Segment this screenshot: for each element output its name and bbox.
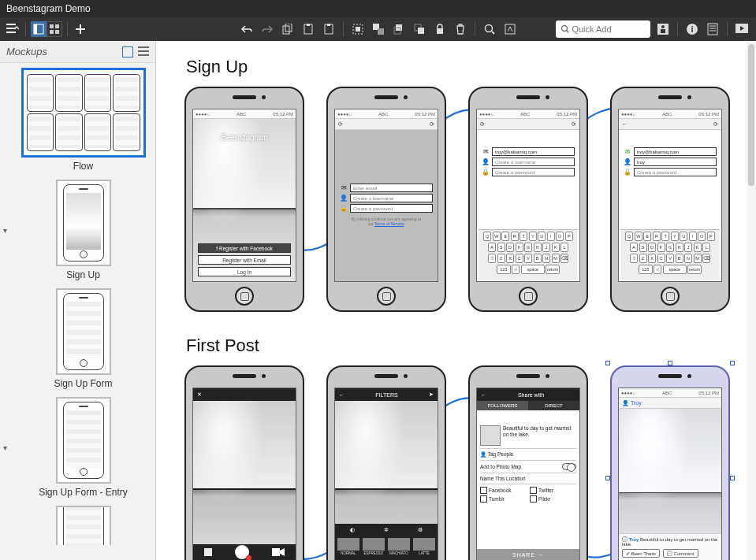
mockup-signup-form-entry[interactable]: ABC05:12 PM ⟳⟳ ✉troy@balsamiq.com 👤Creat… [468, 87, 588, 312]
menu-button[interactable] [5, 20, 20, 38]
svg-rect-37 [272, 548, 280, 556]
back-icon[interactable]: ← [339, 392, 344, 398]
markup-toggle-button[interactable] [502, 20, 518, 38]
info-button[interactable]: i [684, 20, 700, 38]
clipboard-button[interactable] [321, 20, 337, 38]
keyboard[interactable]: QWERTYUIOP ASDFGHJKL ⇧ZXCVBNM⌫ 123☺space… [620, 229, 720, 280]
close-icon[interactable]: ✕ [197, 391, 202, 398]
password-field[interactable]: Create a password [492, 168, 575, 176]
share-twitter-checkbox[interactable]: Twitter [530, 487, 576, 494]
zoom-button[interactable] [482, 20, 497, 38]
mockup-post-camera[interactable]: ✕ [184, 365, 304, 560]
email-field[interactable]: troy@balsamiq.com [634, 147, 717, 156]
email-field[interactable]: troy@balsamiq.com [492, 147, 575, 156]
settings-icon[interactable]: ⚙ [418, 527, 423, 533]
comment-button[interactable]: 💬 Comment [663, 549, 698, 558]
login-button[interactable]: Log In [198, 267, 291, 276]
username-field[interactable]: Create a username [350, 194, 433, 202]
shutter-button[interactable] [235, 545, 249, 559]
contrast-icon[interactable]: ◐ [350, 527, 355, 533]
caption-text[interactable]: Beautiful to day to get married on the l… [503, 425, 576, 446]
share-facebook-checkbox[interactable]: Facebook [480, 487, 527, 494]
bring-front-button[interactable] [391, 20, 407, 38]
svg-point-25 [661, 25, 665, 28]
filters-title: FILTERS [375, 392, 397, 398]
undo-button[interactable] [239, 20, 255, 38]
username-field[interactable]: troy [634, 158, 717, 166]
keyboard[interactable]: QWERTYUIOP ASDFGHJKL ⇧ZXCVBNM⌫ 123☺space… [479, 229, 578, 280]
sidebar-item-flow[interactable]: Flow [14, 68, 152, 172]
svg-rect-3 [55, 24, 59, 28]
tab-followers[interactable]: FOLLOWERS [477, 401, 528, 410]
sidebar-thumbnails[interactable]: Flow ▾ Sign Up Sign Up Form ▾ Sign Up Fo… [0, 63, 155, 560]
mockup-post-share[interactable]: ←Share with FOLLOWERS DIRECT Beautiful t… [468, 365, 588, 560]
camera-bottombar [193, 544, 296, 560]
register-facebook-button[interactable]: fRegister with Facebook [198, 243, 291, 253]
paste-button[interactable] [300, 20, 316, 38]
mockup-signup-form[interactable]: ABC05:12 PM ⟳⟳ ✉Enter email 👤Create a us… [326, 87, 446, 312]
sidebar-item-signup-form-entry[interactable]: ▾ Sign Up Form - Entry [14, 397, 152, 498]
scrollbar-handle[interactable] [748, 44, 754, 186]
username-field[interactable]: Create a username [492, 158, 575, 166]
photo-map-row[interactable]: Add to Photo Map [480, 461, 576, 473]
share-title: Share with [518, 392, 544, 398]
password-field[interactable]: Create a password [634, 168, 717, 176]
view-sidebar-toggle[interactable] [31, 21, 47, 37]
project-info-button[interactable] [655, 20, 671, 38]
add-button[interactable] [73, 20, 88, 38]
send-back-button[interactable] [412, 20, 427, 38]
group-button[interactable] [350, 20, 366, 38]
sidebar-item-next[interactable] [14, 506, 152, 545]
copy-button[interactable] [280, 20, 296, 38]
canvas-area[interactable]: Sign Up ABC05:12 PM Beenstagram [156, 41, 756, 560]
sidebar-item-signup-form[interactable]: Sign Up Form [14, 288, 152, 389]
share-button[interactable]: SHARE → [477, 549, 579, 560]
canvas-scrollbar[interactable] [747, 41, 756, 560]
search-icon [560, 24, 568, 34]
section-title-firstpost: First Post [186, 336, 747, 356]
sidebar-item-label: Sign Up Form [14, 378, 152, 389]
view-mode-group [31, 21, 62, 37]
svg-rect-11 [327, 24, 330, 26]
gallery-icon[interactable] [204, 548, 212, 556]
quick-add-input[interactable] [572, 24, 646, 34]
mockup-signup-landing[interactable]: ABC05:12 PM Beenstagram fRegister with F… [184, 87, 304, 312]
app-name-label: Beenstagram [193, 133, 296, 142]
mockup-signup-form-filled[interactable]: ABC05:12 PM ←⟳ ✉troy@balsamiq.com 👤troy … [610, 87, 730, 312]
tag-people-row[interactable]: 👤 Tag People [480, 449, 576, 461]
present-button[interactable] [734, 20, 750, 38]
lock-button[interactable] [432, 20, 448, 38]
notes-button[interactable] [705, 20, 721, 38]
sidebar-expand-icon[interactable] [122, 46, 133, 57]
brightness-icon[interactable]: ✲ [384, 527, 389, 533]
quick-add-search[interactable] [556, 20, 650, 38]
name-location-row[interactable]: Name This Location [480, 473, 576, 484]
filter-strip[interactable]: NORMAL ESPRESSO MACHIATO LATTE [335, 536, 438, 560]
share-tumblr-checkbox[interactable]: Tumblr [480, 495, 527, 503]
register-email-button[interactable]: Register with Email [198, 255, 291, 265]
video-icon[interactable] [272, 548, 285, 557]
sidebar-item-signup[interactable]: ▾ Sign Up [14, 180, 152, 280]
ungroup-button[interactable] [371, 20, 386, 38]
tab-direct[interactable]: DIRECT [528, 401, 579, 410]
mockups-sidebar: Mockups Flow ▾ Sign Up [0, 41, 156, 560]
svg-rect-7 [285, 24, 292, 32]
chevron-down-icon: ▾ [3, 443, 7, 452]
toggle-photo-map[interactable] [562, 463, 576, 470]
email-field[interactable]: Enter email [350, 184, 433, 192]
mockup-post-feed[interactable]: ABC05:12 PM 👤 Troy 💬 Troy Beautiful to d… [610, 365, 730, 560]
share-flickr-checkbox[interactable]: Flickr [530, 495, 576, 503]
mockup-post-filters[interactable]: ←FILTERS➤ ◐ ✲ ⚙ NORMAL ESPRESSO [326, 365, 446, 560]
svg-rect-13 [356, 27, 360, 32]
sidebar-list-icon[interactable] [138, 46, 149, 56]
chevron-down-icon: ▾ [3, 226, 7, 235]
view-grid-toggle[interactable] [47, 21, 62, 37]
redo-button[interactable] [259, 20, 275, 38]
svg-point-23 [562, 26, 568, 32]
back-icon[interactable]: ← [481, 392, 486, 398]
next-icon[interactable]: ➤ [429, 391, 434, 398]
sidebar-title: Mockups [6, 46, 47, 57]
password-field[interactable]: Create a password [350, 204, 433, 213]
been-there-button[interactable]: ✔ Been There [622, 549, 660, 558]
delete-button[interactable] [452, 20, 468, 38]
